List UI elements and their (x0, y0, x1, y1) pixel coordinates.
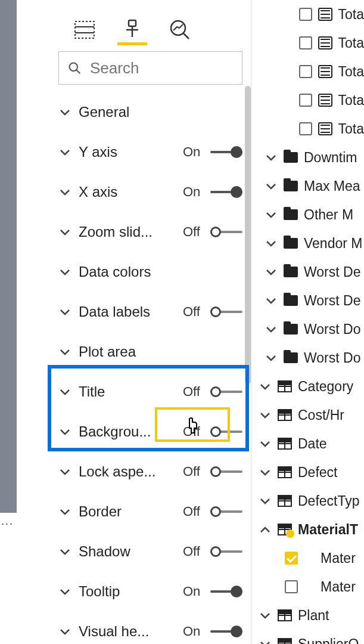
field-measure[interactable]: Tota (256, 0, 364, 29)
fields-tab-icon[interactable] (73, 18, 97, 42)
folder-label: Other M (304, 207, 353, 223)
toggle-state-label: On (183, 184, 206, 200)
toggle-switch[interactable] (210, 506, 242, 518)
folder-icon (284, 352, 298, 363)
field-label: Tota (338, 64, 364, 80)
table-icon (278, 466, 292, 478)
toggle-state-label: Off (183, 544, 206, 559)
field-table-active[interactable]: MaterialT (256, 515, 364, 544)
field-measure[interactable]: Tota (256, 86, 364, 114)
field-table[interactable]: Cost/Hr (256, 401, 364, 429)
analytics-tab-icon[interactable] (168, 18, 192, 42)
chevron-down-icon (265, 351, 278, 364)
toggle-switch[interactable] (210, 306, 242, 318)
format-options-list: GeneralY axis On X axis On Zoom slid... … (50, 92, 251, 644)
format-item-lock-aspe-[interactable]: Lock aspe... Off (50, 451, 251, 491)
field-table[interactable]: Category (256, 372, 364, 401)
format-tab-icon[interactable] (120, 18, 144, 42)
search-box[interactable] (58, 51, 242, 85)
chevron-down-icon (259, 408, 272, 422)
chevron-down-icon (265, 208, 278, 221)
format-item-general[interactable]: General (50, 92, 251, 132)
chevron-down-icon (265, 179, 278, 193)
format-item-x-axis[interactable]: X axis On (50, 172, 251, 212)
field-measure[interactable]: Tota (256, 57, 364, 86)
field-folder[interactable]: Worst De (256, 258, 364, 286)
field-column[interactable]: Mater (256, 544, 364, 572)
field-column[interactable]: Mater (256, 572, 364, 601)
table-icon (278, 609, 292, 621)
toggle-switch[interactable] (210, 146, 242, 158)
toggle-switch[interactable] (210, 386, 242, 398)
field-table[interactable]: SupplierQ (256, 630, 364, 644)
field-checkbox[interactable] (299, 65, 312, 78)
field-checkbox[interactable] (299, 122, 312, 135)
format-item-backgrou-[interactable]: Backgrou... Off (50, 411, 251, 451)
toggle-switch[interactable] (210, 226, 242, 238)
scrollbar[interactable] (245, 86, 251, 384)
chevron-down-icon (58, 585, 71, 598)
field-folder[interactable]: Worst Do (256, 343, 364, 372)
toggle-switch[interactable] (210, 626, 242, 637)
toggle-switch[interactable] (210, 586, 242, 597)
format-item-label: X axis (79, 184, 176, 200)
chevron-down-icon (58, 185, 71, 199)
field-folder[interactable]: Other M (256, 200, 364, 229)
format-item-label: Data colors (79, 264, 176, 280)
format-item-border[interactable]: Border Off (50, 491, 251, 531)
format-item-plot-area[interactable]: Plot area (50, 332, 251, 371)
format-item-label: Title (79, 383, 176, 400)
measure-icon (318, 8, 332, 21)
field-folder[interactable]: Worst De (256, 286, 364, 315)
chevron-down-icon (58, 385, 71, 398)
field-checkbox[interactable] (299, 94, 312, 107)
field-checkbox[interactable] (285, 552, 298, 565)
toggle-state-label: On (183, 584, 206, 599)
format-item-label: Zoom slid... (79, 224, 176, 240)
search-input[interactable] (90, 59, 284, 78)
format-item-label: Border (79, 503, 176, 520)
chevron-down-icon (265, 265, 278, 278)
toggle-state-label: Off (183, 504, 206, 519)
format-item-data-colors[interactable]: Data colors (50, 252, 251, 292)
table-label: SupplierQ (298, 636, 359, 645)
toggle-switch[interactable] (210, 426, 242, 438)
field-checkbox[interactable] (299, 8, 312, 21)
column-label: Mater (321, 550, 356, 566)
field-table[interactable]: DefectTyp (256, 487, 364, 515)
table-icon (278, 524, 292, 535)
table-label: Plant (298, 608, 329, 624)
format-item-zoom-slid-[interactable]: Zoom slid... Off (50, 212, 251, 252)
format-pane: GeneralY axis On X axis On Zoom slid... … (50, 0, 251, 644)
fields-pane: Tota Tota Tota Tota Tota Downtim Max Mea… (256, 0, 364, 644)
field-folder[interactable]: Max Mea (256, 172, 364, 200)
format-item-shadow[interactable]: Shadow Off (50, 531, 251, 571)
format-tab-row (50, 0, 251, 42)
field-table[interactable]: Plant (256, 601, 364, 630)
chevron-down-icon (259, 380, 272, 393)
field-folder[interactable]: Vendor M (256, 229, 364, 258)
field-folder[interactable]: Worst Do (256, 315, 364, 343)
folder-label: Vendor M (304, 236, 362, 252)
field-table[interactable]: Date (256, 429, 364, 458)
field-folder[interactable]: Downtim (256, 143, 364, 172)
field-checkbox[interactable] (299, 36, 312, 49)
folder-label: Max Mea (304, 178, 360, 194)
format-item-data-labels[interactable]: Data labels Off (50, 292, 251, 332)
toggle-switch[interactable] (210, 466, 242, 478)
field-table[interactable]: Defect (256, 458, 364, 487)
toggle-state-label: Off (183, 304, 206, 320)
format-item-visual-he-[interactable]: Visual he... On (50, 611, 251, 644)
field-measure[interactable]: Tota (256, 114, 364, 143)
chevron-up-icon (259, 523, 272, 536)
format-item-tooltip[interactable]: Tooltip On (50, 571, 251, 611)
field-checkbox[interactable] (285, 580, 298, 593)
toggle-switch[interactable] (210, 546, 242, 558)
field-measure[interactable]: Tota (256, 29, 364, 57)
toggle-switch[interactable] (210, 186, 242, 198)
format-item-y-axis[interactable]: Y axis On (50, 132, 251, 172)
table-label: Category (298, 379, 353, 395)
measure-icon (318, 122, 332, 135)
measure-icon (318, 36, 332, 49)
format-item-title[interactable]: Title Off (50, 371, 251, 411)
